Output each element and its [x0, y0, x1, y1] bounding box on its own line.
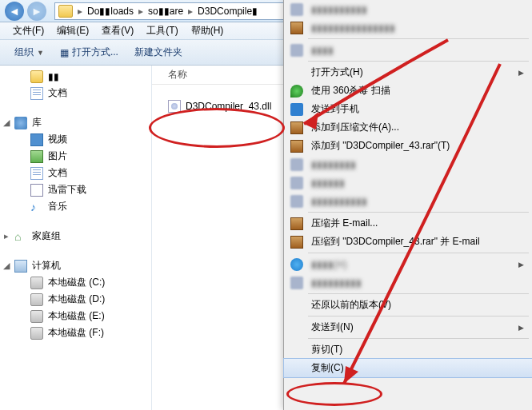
tree-drive-c[interactable]: 本地磁盘 (C:) — [0, 274, 151, 291]
phone-icon — [290, 103, 303, 116]
tree-libraries[interactable]: ◢库 — [0, 114, 151, 131]
tree-docs[interactable]: 文档 — [0, 85, 151, 102]
ctx-item[interactable]: ▮▮▮▮▮▮▮▮▮▮▮▮▮▮▮ — [284, 18, 532, 37]
drive-icon — [30, 277, 43, 289]
nav-fwd-button[interactable]: ► — [27, 2, 46, 21]
ctx-rar-email[interactable]: 压缩到 "D3DCompiler_43.rar" 并 E-mail — [284, 233, 532, 251]
ctx-restore-version[interactable]: 还原以前的版本(V) — [284, 296, 532, 314]
tree-drive-e[interactable]: 本地磁盘 (E:) — [0, 308, 151, 324]
ctx-item[interactable]: ▮▮▮▮ — [284, 41, 532, 59]
tree-pictures[interactable]: 图片 — [0, 148, 151, 165]
collapse-icon[interactable]: ◢ — [2, 118, 10, 127]
tree-drive-f[interactable]: 本地磁盘 (F:) — [0, 324, 151, 341]
breadcrumb[interactable]: Do▮▮loads — [84, 6, 137, 17]
menu-edit[interactable]: 编辑(E) — [50, 22, 95, 39]
tree-docs[interactable]: 文档 — [0, 165, 151, 181]
ctx-360-scan[interactable]: 使用 360杀毒 扫描 — [284, 82, 532, 100]
ctx-item[interactable]: ▮▮▮▮▮▮▮▮▮ — [284, 273, 532, 292]
breadcrumb[interactable]: D3DCompile▮ — [194, 6, 261, 17]
ctx-open-with[interactable]: 打开方式(H)▶ — [284, 63, 532, 82]
tree-downloads[interactable]: ▮▮ — [0, 69, 151, 85]
ctx-item[interactable]: ▮▮▮▮▮▮▮▮▮▮ — [284, 192, 532, 210]
document-icon — [30, 87, 43, 100]
menu-file[interactable]: 文件(F) — [6, 22, 50, 39]
ctx-send-to[interactable]: 发送到(N)▶ — [284, 318, 532, 336]
ctx-item[interactable]: ▮▮▮▮▮▮▮▮ — [284, 155, 532, 173]
submenu-arrow-icon: ▶ — [518, 324, 524, 332]
collapse-icon[interactable]: ◢ — [2, 261, 10, 270]
drive-icon — [30, 293, 43, 306]
context-menu: ▮▮▮▮▮▮▮▮▮▮ ▮▮▮▮▮▮▮▮▮▮▮▮▮▮▮ ▮▮▮▮ 打开方式(H)▶… — [283, 0, 532, 410]
submenu-arrow-icon: ▶ — [518, 69, 524, 77]
ctx-add-archive[interactable]: 添加到压缩文件(A)... — [284, 118, 532, 137]
document-icon — [30, 167, 43, 180]
new-folder-button[interactable]: 新建文件夹 — [126, 42, 190, 62]
library-icon — [14, 117, 27, 129]
ctx-item[interactable]: ▮▮▮▮▮▮ — [284, 173, 532, 192]
homegroup-icon: ⌂ — [14, 230, 27, 243]
organize-button[interactable]: 组织▼ — [6, 42, 52, 62]
tree-homegroup[interactable]: ▸⌂家庭组 — [0, 228, 151, 245]
menu-tools[interactable]: 工具(T) — [140, 22, 184, 39]
ctx-add-rar[interactable]: 添加到 "D3DCompiler_43.rar"(T) — [284, 137, 532, 155]
picture-icon — [30, 150, 43, 163]
rar-icon — [290, 217, 303, 230]
expand-icon[interactable]: ▸ — [2, 232, 10, 241]
rar-icon — [290, 236, 303, 249]
thunder-icon — [30, 184, 43, 197]
nav-back-button[interactable]: ◄ — [5, 2, 24, 21]
ctx-send-phone[interactable]: 发送到手机 — [284, 100, 532, 118]
nav-tree: ▮▮ 文档 ◢库 视频 图片 文档 迅雷下载 ♪音乐 ▸⌂家庭组 ◢计算机 本地… — [0, 66, 152, 410]
ctx-item[interactable]: ▮▮▮▮▮▮▮▮▮▮ — [284, 0, 532, 18]
video-icon — [30, 133, 43, 146]
shield-icon — [290, 85, 303, 98]
folder-icon — [58, 5, 73, 18]
file-name: D3DCompiler_43.dll — [186, 101, 271, 112]
drive-icon — [30, 327, 43, 340]
ctx-copy[interactable]: 复制(C) — [284, 359, 532, 377]
share-icon — [290, 258, 303, 271]
tree-drive-d[interactable]: 本地磁盘 (D:) — [0, 291, 151, 308]
music-icon: ♪ — [30, 201, 43, 213]
rar-icon — [290, 121, 303, 134]
ctx-zip-email[interactable]: 压缩并 E-mail... — [284, 214, 532, 233]
breadcrumb[interactable]: so▮▮are — [145, 6, 186, 17]
drive-icon — [30, 310, 43, 323]
ctx-item[interactable]: ▮▮▮▮(H)▶ — [284, 255, 532, 273]
dll-file-icon — [168, 100, 181, 113]
computer-icon — [14, 260, 27, 273]
menu-view[interactable]: 查看(V) — [95, 22, 140, 39]
tree-thunder[interactable]: 迅雷下载 — [0, 181, 151, 198]
rar-icon — [290, 22, 303, 34]
tree-music[interactable]: ♪音乐 — [0, 198, 151, 215]
tree-video[interactable]: 视频 — [0, 131, 151, 148]
tree-computer[interactable]: ◢计算机 — [0, 257, 151, 274]
open-with-button[interactable]: ▦打开方式... — [52, 42, 126, 62]
ctx-cut[interactable]: 剪切(T) — [284, 340, 532, 359]
rar-icon — [290, 140, 303, 153]
download-icon — [30, 70, 43, 83]
menu-help[interactable]: 帮助(H) — [185, 22, 230, 39]
